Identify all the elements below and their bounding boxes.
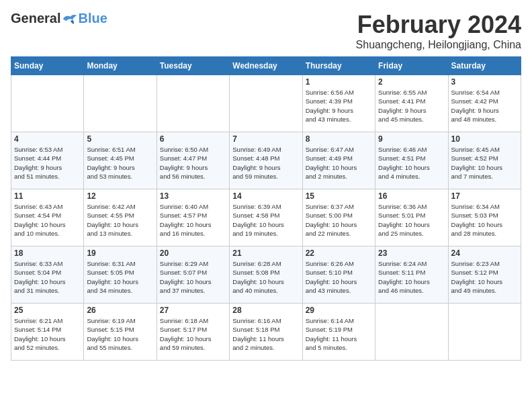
- calendar-cell: 29Sunrise: 6:14 AM Sunset: 5:19 PM Dayli…: [302, 304, 375, 361]
- logo-general: General: [11, 11, 60, 26]
- day-number: 17: [451, 191, 518, 201]
- day-info: Sunrise: 6:19 AM Sunset: 5:15 PM Dayligh…: [87, 316, 153, 352]
- calendar-cell: 13Sunrise: 6:40 AM Sunset: 4:57 PM Dayli…: [157, 189, 229, 246]
- calendar-header-friday: Friday: [375, 57, 448, 75]
- calendar-cell: 23Sunrise: 6:24 AM Sunset: 5:11 PM Dayli…: [375, 246, 448, 304]
- day-info: Sunrise: 6:36 AM Sunset: 5:01 PM Dayligh…: [378, 202, 445, 238]
- calendar-cell: 27Sunrise: 6:18 AM Sunset: 5:17 PM Dayli…: [157, 304, 229, 361]
- day-info: Sunrise: 6:31 AM Sunset: 5:05 PM Dayligh…: [87, 259, 153, 295]
- day-info: Sunrise: 6:56 AM Sunset: 4:39 PM Dayligh…: [306, 88, 372, 124]
- day-info: Sunrise: 6:23 AM Sunset: 5:12 PM Dayligh…: [451, 259, 518, 295]
- calendar-header-wednesday: Wednesday: [230, 57, 302, 75]
- calendar-cell: 1Sunrise: 6:56 AM Sunset: 4:39 PM Daylig…: [302, 75, 375, 132]
- calendar-cell: 19Sunrise: 6:31 AM Sunset: 5:05 PM Dayli…: [84, 246, 157, 304]
- calendar-cell: 2Sunrise: 6:55 AM Sunset: 4:41 PM Daylig…: [375, 75, 448, 132]
- day-info: Sunrise: 6:21 AM Sunset: 5:14 PM Dayligh…: [14, 316, 81, 352]
- day-info: Sunrise: 6:45 AM Sunset: 4:52 PM Dayligh…: [451, 145, 518, 181]
- logo: General Blue: [11, 11, 107, 26]
- day-info: Sunrise: 6:50 AM Sunset: 4:47 PM Dayligh…: [160, 145, 226, 181]
- calendar-header-sunday: Sunday: [11, 57, 84, 75]
- day-number: 4: [14, 134, 81, 144]
- location: Shuangcheng, Heilongjiang, China: [356, 39, 521, 51]
- calendar-cell: 3Sunrise: 6:54 AM Sunset: 4:42 PM Daylig…: [448, 75, 521, 132]
- calendar-cell: [375, 304, 448, 361]
- day-info: Sunrise: 6:39 AM Sunset: 4:58 PM Dayligh…: [232, 202, 299, 238]
- day-info: Sunrise: 6:28 AM Sunset: 5:08 PM Dayligh…: [232, 259, 299, 295]
- calendar-cell: 21Sunrise: 6:28 AM Sunset: 5:08 PM Dayli…: [230, 246, 302, 304]
- title-section: February 2024 Shuangcheng, Heilongjiang,…: [356, 11, 521, 51]
- calendar-cell: 15Sunrise: 6:37 AM Sunset: 5:00 PM Dayli…: [302, 189, 375, 246]
- calendar-cell: 5Sunrise: 6:51 AM Sunset: 4:45 PM Daylig…: [84, 132, 157, 189]
- day-info: Sunrise: 6:46 AM Sunset: 4:51 PM Dayligh…: [378, 145, 445, 181]
- calendar-week-2: 4Sunrise: 6:53 AM Sunset: 4:44 PM Daylig…: [11, 132, 521, 189]
- calendar-cell: 6Sunrise: 6:50 AM Sunset: 4:47 PM Daylig…: [157, 132, 229, 189]
- day-number: 8: [306, 134, 372, 144]
- calendar-cell: 8Sunrise: 6:47 AM Sunset: 4:49 PM Daylig…: [302, 132, 375, 189]
- calendar-cell: 16Sunrise: 6:36 AM Sunset: 5:01 PM Dayli…: [375, 189, 448, 246]
- calendar-header-tuesday: Tuesday: [157, 57, 229, 75]
- calendar-header-saturday: Saturday: [448, 57, 521, 75]
- day-info: Sunrise: 6:40 AM Sunset: 4:57 PM Dayligh…: [160, 202, 226, 238]
- day-info: Sunrise: 6:29 AM Sunset: 5:07 PM Dayligh…: [160, 259, 226, 295]
- page-header: General Blue February 2024 Shuangcheng, …: [11, 11, 521, 51]
- calendar-cell: 24Sunrise: 6:23 AM Sunset: 5:12 PM Dayli…: [448, 246, 521, 304]
- day-number: 27: [160, 306, 226, 315]
- calendar-cell: 18Sunrise: 6:33 AM Sunset: 5:04 PM Dayli…: [11, 246, 84, 304]
- day-info: Sunrise: 6:16 AM Sunset: 5:18 PM Dayligh…: [232, 316, 299, 352]
- day-number: 5: [87, 134, 153, 144]
- day-number: 20: [160, 248, 226, 258]
- calendar-cell: 26Sunrise: 6:19 AM Sunset: 5:15 PM Dayli…: [84, 304, 157, 361]
- calendar-cell: 17Sunrise: 6:34 AM Sunset: 5:03 PM Dayli…: [448, 189, 521, 246]
- calendar-cell: 14Sunrise: 6:39 AM Sunset: 4:58 PM Dayli…: [230, 189, 302, 246]
- calendar-week-5: 25Sunrise: 6:21 AM Sunset: 5:14 PM Dayli…: [11, 304, 521, 361]
- day-info: Sunrise: 6:55 AM Sunset: 4:41 PM Dayligh…: [378, 88, 445, 124]
- day-number: 11: [14, 191, 81, 201]
- calendar-week-1: 1Sunrise: 6:56 AM Sunset: 4:39 PM Daylig…: [11, 75, 521, 132]
- day-info: Sunrise: 6:34 AM Sunset: 5:03 PM Dayligh…: [451, 202, 518, 238]
- calendar-week-3: 11Sunrise: 6:43 AM Sunset: 4:54 PM Dayli…: [11, 189, 521, 246]
- day-number: 18: [14, 248, 81, 258]
- logo-bird-icon: [62, 12, 78, 26]
- day-number: 26: [87, 306, 153, 315]
- calendar-cell: 11Sunrise: 6:43 AM Sunset: 4:54 PM Dayli…: [11, 189, 84, 246]
- calendar-body: 1Sunrise: 6:56 AM Sunset: 4:39 PM Daylig…: [11, 75, 521, 361]
- day-number: 14: [232, 191, 299, 201]
- day-info: Sunrise: 6:51 AM Sunset: 4:45 PM Dayligh…: [87, 145, 153, 181]
- calendar-cell: [84, 75, 157, 132]
- calendar-cell: [11, 75, 84, 132]
- day-number: 22: [306, 248, 372, 258]
- day-number: 23: [378, 248, 445, 258]
- day-number: 10: [451, 134, 518, 144]
- calendar-header-row: SundayMondayTuesdayWednesdayThursdayFrid…: [11, 57, 521, 75]
- calendar-cell: 28Sunrise: 6:16 AM Sunset: 5:18 PM Dayli…: [230, 304, 302, 361]
- month-title: February 2024: [356, 11, 521, 39]
- day-number: 24: [451, 248, 518, 258]
- calendar-cell: 12Sunrise: 6:42 AM Sunset: 4:55 PM Dayli…: [84, 189, 157, 246]
- day-number: 28: [232, 306, 299, 315]
- calendar-cell: 10Sunrise: 6:45 AM Sunset: 4:52 PM Dayli…: [448, 132, 521, 189]
- day-number: 3: [451, 77, 518, 87]
- day-number: 13: [160, 191, 226, 201]
- day-info: Sunrise: 6:49 AM Sunset: 4:48 PM Dayligh…: [232, 145, 299, 181]
- day-number: 25: [14, 306, 81, 315]
- day-number: 29: [306, 306, 372, 315]
- day-info: Sunrise: 6:54 AM Sunset: 4:42 PM Dayligh…: [451, 88, 518, 124]
- day-info: Sunrise: 6:26 AM Sunset: 5:10 PM Dayligh…: [306, 259, 372, 295]
- calendar-table: SundayMondayTuesdayWednesdayThursdayFrid…: [11, 56, 521, 361]
- day-number: 2: [378, 77, 445, 87]
- calendar-header-thursday: Thursday: [302, 57, 375, 75]
- day-info: Sunrise: 6:53 AM Sunset: 4:44 PM Dayligh…: [14, 145, 81, 181]
- day-number: 15: [306, 191, 372, 201]
- day-number: 1: [306, 77, 372, 87]
- calendar-cell: [157, 75, 229, 132]
- calendar-cell: 7Sunrise: 6:49 AM Sunset: 4:48 PM Daylig…: [230, 132, 302, 189]
- day-number: 12: [87, 191, 153, 201]
- calendar-week-4: 18Sunrise: 6:33 AM Sunset: 5:04 PM Dayli…: [11, 246, 521, 304]
- day-number: 7: [232, 134, 299, 144]
- calendar-header-monday: Monday: [84, 57, 157, 75]
- calendar-cell: 22Sunrise: 6:26 AM Sunset: 5:10 PM Dayli…: [302, 246, 375, 304]
- day-info: Sunrise: 6:33 AM Sunset: 5:04 PM Dayligh…: [14, 259, 81, 295]
- calendar-cell: 4Sunrise: 6:53 AM Sunset: 4:44 PM Daylig…: [11, 132, 84, 189]
- day-info: Sunrise: 6:14 AM Sunset: 5:19 PM Dayligh…: [306, 316, 372, 352]
- day-number: 19: [87, 248, 153, 258]
